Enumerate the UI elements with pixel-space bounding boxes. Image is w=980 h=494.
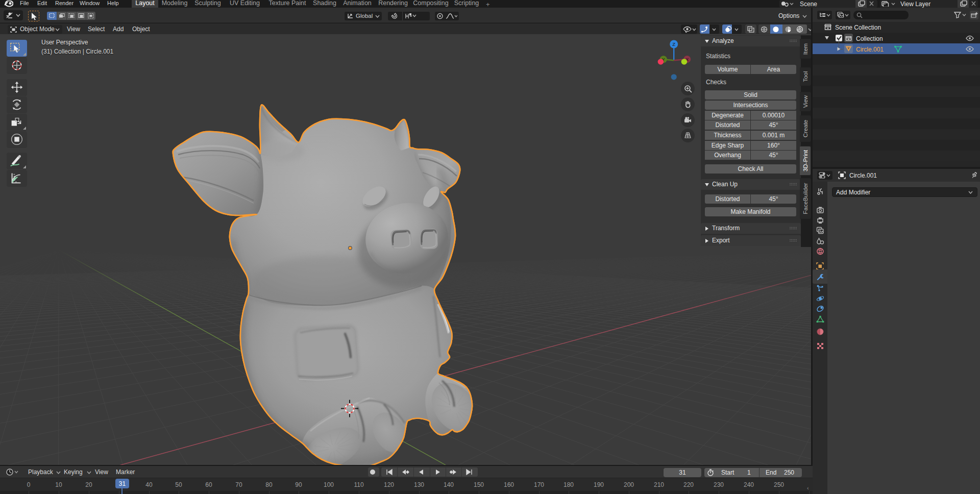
svg-text:Z: Z	[672, 41, 675, 47]
